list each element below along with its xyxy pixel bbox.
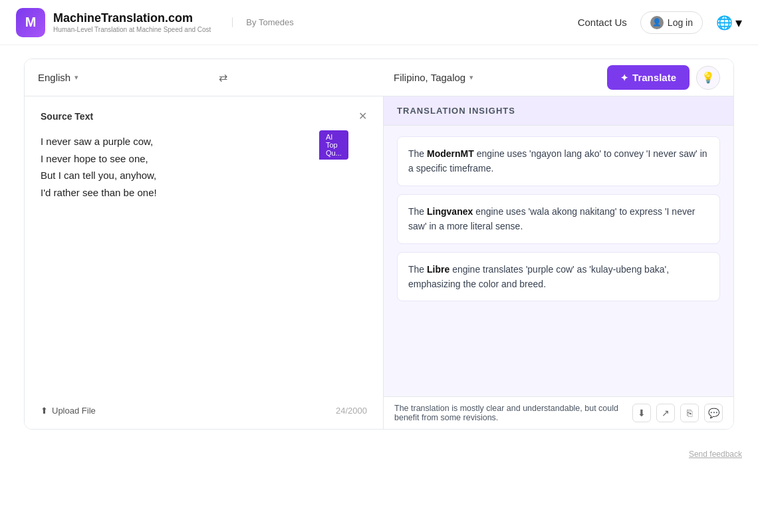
source-text-line-4: I'd rather see than be one! <box>41 187 157 198</box>
target-language-select[interactable]: Filipino, Tagalog ▾ <box>394 72 473 83</box>
swap-icon: ⇄ <box>219 71 227 84</box>
feedback-icon-button[interactable]: 💬 <box>704 404 723 422</box>
copy-button[interactable]: ⎘ <box>680 404 699 422</box>
source-text-line-1: I never saw a purple cow, <box>41 136 153 147</box>
account-icon: 👤 <box>650 16 664 29</box>
logo-subtitle: Human-Level Translation at Machine Speed… <box>53 26 211 33</box>
engine-name-1: ModernMT <box>427 148 474 159</box>
header: M MachineTranslation.com Human-Level Tra… <box>0 0 758 45</box>
char-count: 24/2000 <box>336 406 367 416</box>
send-feedback-link[interactable]: Send feedback <box>0 443 758 469</box>
lightbulb-button[interactable]: 💡 <box>696 66 720 90</box>
upload-file-button[interactable]: ⬆ Upload File <box>41 406 96 416</box>
logo-area: M MachineTranslation.com Human-Level Tra… <box>16 8 294 37</box>
upload-icon: ⬆ <box>41 406 48 416</box>
download-button[interactable]: ⬇ <box>632 404 651 422</box>
source-header: Source Text ✕ <box>41 110 367 122</box>
login-button[interactable]: 👤 Log in <box>640 11 703 34</box>
insight-prefix-1: The <box>408 148 427 159</box>
insight-card-3: The Libre engine translates 'purple cow'… <box>397 252 720 302</box>
logo-title: MachineTranslation.com <box>53 11 211 25</box>
lightbulb-icon: 💡 <box>701 71 715 84</box>
insights-scroll[interactable]: The ModernMT engine uses 'ngayon lang ak… <box>384 126 733 396</box>
insight-card-2: The Lingvanex engine uses 'wala akong na… <box>397 194 720 244</box>
translation-result-bar: The translation is mostly clear and unde… <box>384 396 733 429</box>
source-text-line-2: I never hope to see one, <box>41 153 148 164</box>
engine-name-2: Lingvanex <box>427 206 473 217</box>
source-text-line-3: But I can tell you, anyhow, <box>41 170 156 181</box>
logo-text-block: MachineTranslation.com Human-Level Trans… <box>53 11 211 33</box>
source-language-label: English <box>38 72 70 83</box>
source-lang-chevron: ▾ <box>74 73 78 82</box>
result-icons: ⬇ ↗ ⎘ 💬 <box>632 404 723 422</box>
share-button[interactable]: ↗ <box>656 404 675 422</box>
insights-panel: TRANSLATION INSIGHTS The ModernMT engine… <box>384 96 733 429</box>
insight-prefix-3: The <box>408 264 427 275</box>
translate-label: Translate <box>632 72 676 83</box>
target-language-label: Filipino, Tagalog <box>394 72 465 83</box>
header-right: Contact Us 👤 Log in 🌐 ▾ <box>578 11 742 34</box>
target-lang-chevron: ▾ <box>469 73 473 82</box>
content-area: Source Text ✕ I never saw a purple cow, … <box>25 96 733 429</box>
source-text-area[interactable]: I never saw a purple cow, I never hope t… <box>41 133 367 201</box>
sparkle-icon: ✦ <box>620 72 628 83</box>
by-tomedes: By Tomedes <box>232 17 293 27</box>
translate-button[interactable]: ✦ Translate <box>607 65 690 90</box>
translator-wrapper: English ▾ ⇄ Filipino, Tagalog ▾ ✦ Transl… <box>24 59 734 430</box>
contact-us-link[interactable]: Contact Us <box>578 17 627 28</box>
source-language-select[interactable]: English ▾ <box>38 72 78 83</box>
source-title: Source Text <box>41 111 93 122</box>
result-text: The translation is mostly clear and unde… <box>394 404 626 422</box>
insight-prefix-2: The <box>408 206 427 217</box>
logo-icon: M <box>16 8 45 37</box>
language-selector[interactable]: 🌐 ▾ <box>716 15 742 31</box>
insight-card-1: The ModernMT engine uses 'ngayon lang ak… <box>397 136 720 186</box>
login-label: Log in <box>668 17 693 28</box>
insights-header: TRANSLATION INSIGHTS <box>384 96 733 126</box>
lang-dropdown-arrow: ▾ <box>735 15 742 31</box>
source-footer: ⬆ Upload File 24/2000 <box>41 406 367 416</box>
engine-name-3: Libre <box>427 264 449 275</box>
swap-languages-button[interactable]: ⇄ <box>212 67 233 88</box>
close-button[interactable]: ✕ <box>358 110 367 122</box>
globe-icon: 🌐 <box>716 15 733 31</box>
language-bar: English ▾ ⇄ Filipino, Tagalog ▾ ✦ Transl… <box>25 59 733 96</box>
upload-label: Upload File <box>52 406 96 416</box>
